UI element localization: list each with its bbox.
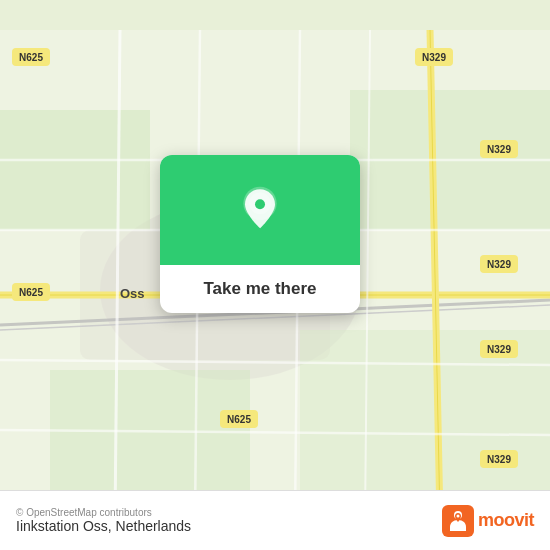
svg-point-41 bbox=[255, 199, 265, 209]
svg-text:Oss: Oss bbox=[120, 286, 145, 301]
svg-text:N625: N625 bbox=[19, 52, 43, 63]
svg-text:N329: N329 bbox=[487, 259, 511, 270]
popup-card: Take me there bbox=[160, 155, 360, 313]
svg-text:N625: N625 bbox=[227, 414, 251, 425]
moovit-brand-icon bbox=[442, 505, 474, 537]
svg-text:N329: N329 bbox=[487, 144, 511, 155]
location-pin-icon bbox=[235, 185, 285, 235]
svg-point-44 bbox=[456, 514, 459, 517]
bottom-left-info: © OpenStreetMap contributors Iinkstation… bbox=[16, 507, 191, 534]
moovit-text: moovit bbox=[478, 510, 534, 531]
location-name: Iinkstation Oss, Netherlands bbox=[16, 518, 191, 534]
svg-text:N329: N329 bbox=[422, 52, 446, 63]
moovit-logo: moovit bbox=[442, 505, 534, 537]
svg-rect-4 bbox=[0, 110, 150, 230]
popup-footer[interactable]: Take me there bbox=[160, 265, 360, 313]
svg-text:N625: N625 bbox=[19, 287, 43, 298]
map-container: N625 N625 N625 N329 N329 N329 N329 N329 … bbox=[0, 0, 550, 550]
copyright-text: © OpenStreetMap contributors bbox=[16, 507, 191, 518]
popup-header bbox=[160, 155, 360, 265]
bottom-bar: © OpenStreetMap contributors Iinkstation… bbox=[0, 490, 550, 550]
svg-text:N329: N329 bbox=[487, 454, 511, 465]
take-me-there-button[interactable]: Take me there bbox=[203, 279, 316, 298]
svg-text:N329: N329 bbox=[487, 344, 511, 355]
